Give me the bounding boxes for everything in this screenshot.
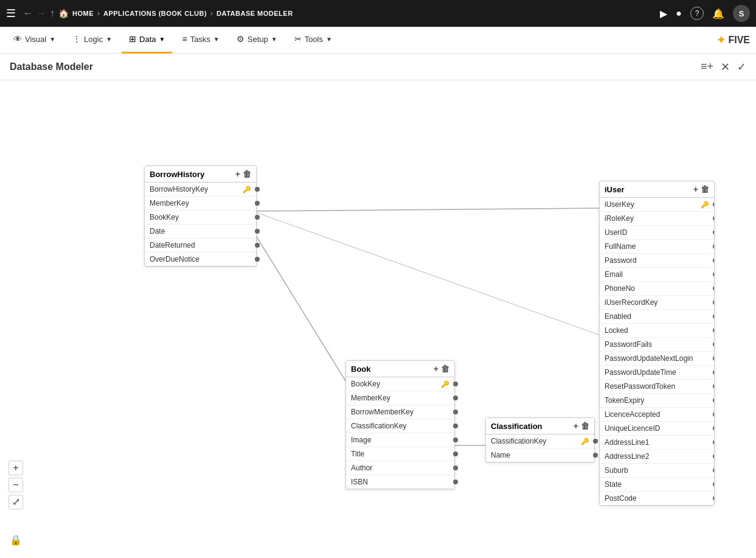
add-field-iuser[interactable]: +	[693, 184, 698, 194]
tasks-dropdown-icon[interactable]: ▼	[213, 36, 220, 43]
field-memberkey-book[interactable]: MemberKey	[346, 391, 454, 405]
table-iuser[interactable]: iUser + 🗑 iUserKey 🔑 iRoleKey UserID Ful…	[599, 181, 715, 506]
add-field-classification[interactable]: +	[574, 421, 578, 431]
field-name-passwordupdatetime: PasswordUpdateTime	[605, 368, 709, 377]
delete-table-book[interactable]: 🗑	[441, 364, 449, 374]
canvas[interactable]: BorrowHistory + 🗑 BorrowHistoryKey 🔑 Mem…	[0, 80, 756, 558]
field-fullname[interactable]: FullName	[600, 240, 714, 254]
field-name-tokenexpiry: TokenExpiry	[605, 396, 709, 405]
field-bookkey-bh[interactable]: BookKey	[145, 211, 256, 225]
page-breadcrumb[interactable]: DATABASE MODELER	[217, 10, 293, 17]
field-borrowhistorykey[interactable]: BorrowHistoryKey 🔑	[145, 183, 256, 197]
bell-icon[interactable]: 🔔	[712, 8, 724, 19]
forward-button[interactable]: →	[36, 8, 46, 19]
nav-item-tasks[interactable]: ≡ Tasks ▼	[175, 27, 226, 54]
field-iuserrecordkey[interactable]: iUserRecordKey	[600, 296, 714, 310]
field-state[interactable]: State	[600, 478, 714, 492]
field-addressline1[interactable]: AddressLine1	[600, 436, 714, 450]
field-name-memberkey-bh: MemberKey	[150, 199, 251, 208]
field-enabled[interactable]: Enabled	[600, 310, 714, 324]
delete-table-borrowhistory[interactable]: 🗑	[243, 169, 251, 179]
zoom-out-button[interactable]: −	[9, 478, 23, 492]
add-list-icon[interactable]: ≡+	[701, 60, 713, 73]
data-dropdown-icon[interactable]: ▼	[159, 36, 165, 43]
field-addressline2[interactable]: AddressLine2	[600, 450, 714, 464]
nav-item-tools[interactable]: ✂ Tools ▼	[287, 27, 339, 54]
nav-item-setup[interactable]: ⚙ Setup ▼	[229, 27, 285, 54]
field-suburb[interactable]: Suburb	[600, 464, 714, 478]
field-locked[interactable]: Locked	[600, 324, 714, 338]
delete-table-iuser[interactable]: 🗑	[701, 184, 709, 194]
field-postcode[interactable]: PostCode	[600, 492, 714, 505]
field-passwordfails[interactable]: PasswordFails	[600, 338, 714, 352]
dot-image-book	[453, 438, 458, 442]
field-userid[interactable]: UserID	[600, 226, 714, 240]
add-field-borrowhistory[interactable]: +	[235, 169, 240, 179]
check-icon[interactable]: ✓	[737, 60, 746, 74]
field-memberkey-bh[interactable]: MemberKey	[145, 197, 256, 211]
table-book[interactable]: Book + 🗑 BookKey 🔑 MemberKey BorrowMembe…	[345, 360, 455, 489]
field-name-addressline1: AddressLine1	[605, 438, 709, 447]
field-irolekey[interactable]: iRoleKey	[600, 212, 714, 226]
delete-table-classification[interactable]: 🗑	[581, 421, 589, 431]
zoom-fit-button[interactable]: ⤢	[9, 495, 23, 509]
field-phoneno[interactable]: PhoneNo	[600, 282, 714, 296]
field-email[interactable]: Email	[600, 268, 714, 282]
add-field-book[interactable]: +	[434, 364, 439, 374]
field-passwordupdatenextlogin[interactable]: PasswordUpdateNextLogin	[600, 352, 714, 366]
play-icon[interactable]: ▶	[660, 8, 667, 19]
field-iuserkey[interactable]: iUserKey 🔑	[600, 198, 714, 212]
field-name-classif[interactable]: Name	[486, 448, 594, 462]
setup-dropdown-icon[interactable]: ▼	[271, 36, 277, 43]
field-borrowmemberkey[interactable]: BorrowMemberKey	[346, 405, 454, 419]
nav-item-data[interactable]: ⊞ Data ▼	[122, 27, 172, 54]
field-date-bh[interactable]: Date	[145, 225, 256, 239]
user-avatar[interactable]: S	[733, 5, 750, 22]
help-icon[interactable]: ?	[690, 7, 704, 20]
home-breadcrumb[interactable]: HOME	[72, 10, 94, 17]
field-isbn-book[interactable]: ISBN	[346, 475, 454, 489]
field-bookkey[interactable]: BookKey 🔑	[346, 377, 454, 391]
field-name-irolekey: iRoleKey	[605, 214, 709, 223]
nav-item-logic[interactable]: ⋮ Logic ▼	[65, 27, 119, 54]
field-classificationkey-book[interactable]: ClassificationKey	[346, 419, 454, 433]
zoom-in-button[interactable]: +	[9, 461, 23, 475]
tools-dropdown-icon[interactable]: ▼	[326, 36, 332, 43]
visual-dropdown-icon[interactable]: ▼	[49, 36, 55, 43]
field-title-book[interactable]: Title	[346, 447, 454, 461]
table-borrowhistory[interactable]: BorrowHistory + 🗑 BorrowHistoryKey 🔑 Mem…	[144, 166, 257, 267]
app-breadcrumb[interactable]: APPLICATIONS (BOOK CLUB)	[103, 10, 207, 17]
up-button[interactable]: ↑	[50, 8, 55, 19]
search-icon[interactable]: ●	[676, 8, 682, 19]
close-icon[interactable]: ✕	[721, 60, 730, 74]
dot-irolekey	[713, 216, 715, 221]
field-licenceaccepted[interactable]: LicenceAccepted	[600, 408, 714, 422]
logic-dropdown-icon[interactable]: ▼	[106, 36, 112, 43]
nav-right: ▶ ● ? 🔔 S	[660, 5, 750, 22]
field-uniquelicenceid[interactable]: UniqueLicenceID	[600, 422, 714, 436]
data-icon: ⊞	[129, 34, 136, 44]
field-resetpasswordtoken[interactable]: ResetPasswordToken	[600, 380, 714, 394]
key-icon-classificationkey: 🔑	[581, 438, 589, 445]
svg-line-0	[252, 208, 602, 211]
dot-state	[713, 482, 715, 487]
dot-suburb	[713, 468, 715, 473]
field-tokenexpiry[interactable]: TokenExpiry	[600, 394, 714, 408]
field-datereturned-bh[interactable]: DateReturned	[145, 239, 256, 253]
dot-memberkey-book	[453, 396, 458, 400]
nav-item-visual[interactable]: 👁 Visual ▼	[6, 27, 63, 54]
field-name-borrowhistorykey: BorrowHistoryKey	[150, 185, 240, 194]
top-nav: ☰ ← → ↑ 🏠 HOME › APPLICATIONS (BOOK CLUB…	[0, 0, 756, 27]
field-classificationkey[interactable]: ClassificationKey 🔑	[486, 434, 594, 448]
table-classification[interactable]: Classification + 🗑 ClassificationKey 🔑 N…	[485, 417, 595, 462]
field-passwordupdatetime[interactable]: PasswordUpdateTime	[600, 366, 714, 380]
dot-fullname	[713, 244, 715, 249]
field-password[interactable]: Password	[600, 254, 714, 268]
field-author-book[interactable]: Author	[346, 461, 454, 475]
lock-icon[interactable]: 🔒	[10, 534, 22, 546]
back-button[interactable]: ←	[23, 8, 33, 19]
field-overduenotice-bh[interactable]: OverDueNotice	[145, 253, 256, 266]
field-image-book[interactable]: Image	[346, 433, 454, 447]
hamburger-menu[interactable]: ☰	[6, 7, 16, 20]
dot-postcode	[713, 496, 715, 501]
